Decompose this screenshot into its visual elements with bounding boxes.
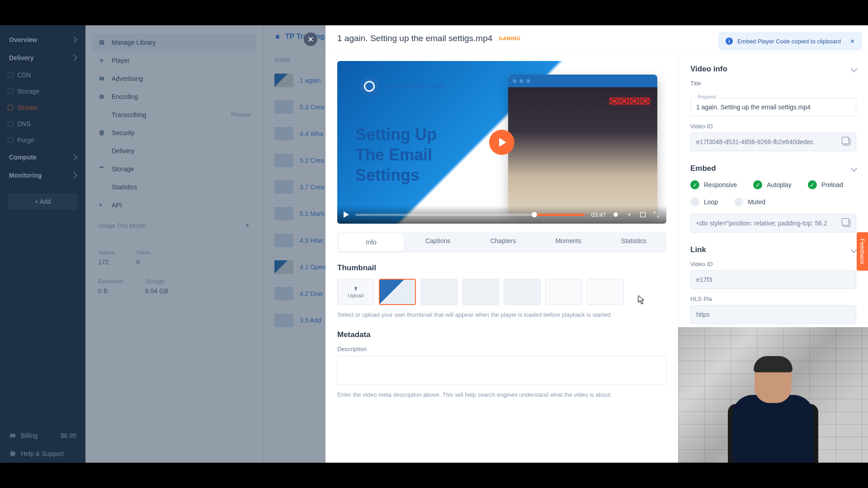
expand-icon[interactable] <box>243 222 250 230</box>
nav-monitoring[interactable]: Monitoring <box>0 166 85 184</box>
midnav-encoding[interactable]: Encoding <box>85 88 263 106</box>
nav-storage[interactable]: Storage <box>0 83 85 99</box>
title-input[interactable] <box>690 98 856 117</box>
description-input[interactable] <box>337 356 666 385</box>
library-icon <box>98 39 105 46</box>
svg-point-7 <box>613 212 618 216</box>
toggle-autoplay[interactable]: ✓Autoplay <box>753 180 791 189</box>
videos-label: Videos <box>98 249 114 256</box>
thumbnail-help: Select or upload your own thumbnail that… <box>337 310 666 319</box>
nav-purge[interactable]: Purge <box>0 132 85 148</box>
svg-point-6 <box>99 204 102 206</box>
progress-bar[interactable] <box>355 214 585 216</box>
chevron-icon <box>71 55 77 61</box>
detail-tabs: Info Captions Chapters Moments Statistic… <box>337 232 666 253</box>
hls-field: https <box>690 305 856 324</box>
views-value: 0 <box>136 258 151 266</box>
thumb-option[interactable] <box>587 279 624 305</box>
preview-badge: Preview <box>231 112 250 118</box>
nav-billing[interactable]: Billing$6.95 <box>0 427 85 445</box>
settings-icon[interactable] <box>626 211 633 218</box>
translation-partner-logo: Translation Partner <box>360 77 445 96</box>
svg-rect-9 <box>641 212 646 217</box>
shield-icon <box>98 129 105 136</box>
embed-heading: Embed <box>690 164 716 173</box>
tab-info[interactable]: Info <box>339 233 404 251</box>
svg-point-5 <box>99 166 104 168</box>
thumb-option[interactable] <box>379 279 416 305</box>
collapse-icon[interactable] <box>851 165 857 172</box>
bandwidth-value: 0 B <box>98 287 123 295</box>
midnav-storage[interactable]: Storage <box>85 160 263 178</box>
stats-icon <box>98 183 105 191</box>
midnav-api[interactable]: API <box>85 196 263 214</box>
midnav-security[interactable]: Security <box>85 124 263 142</box>
midnav-statistics[interactable]: Statistics <box>85 178 263 196</box>
volume-icon[interactable] <box>612 211 619 218</box>
midnav-player[interactable]: Player <box>85 52 263 70</box>
storage-label: Storage <box>145 278 168 285</box>
midnav-advertising[interactable]: Advertising <box>85 70 263 88</box>
nav-stream[interactable]: Stream <box>0 99 85 116</box>
ad-icon <box>98 75 105 82</box>
fullscreen-icon[interactable] <box>653 211 660 218</box>
storage-icon <box>98 165 105 173</box>
toggle-loop[interactable]: ○Loop <box>690 197 718 206</box>
video-title: 1 again. Setting up the email settigs.mp… <box>337 33 492 43</box>
toggle-preload[interactable]: ✓Preload <box>808 180 843 189</box>
add-button[interactable]: + Add <box>8 193 77 210</box>
nav-compute[interactable]: Compute <box>0 148 85 166</box>
link-heading: Link <box>690 245 706 254</box>
nav-help[interactable]: Help & Support <box>0 445 85 463</box>
title-label: Title <box>690 80 856 87</box>
nav-cdn[interactable]: CDN <box>0 67 85 83</box>
play-small-icon[interactable] <box>344 211 349 218</box>
video-info-heading: Video info <box>690 65 727 74</box>
thumb-option[interactable] <box>420 279 458 305</box>
svg-point-4 <box>99 94 104 99</box>
thumb-upload[interactable]: Upload <box>337 279 374 305</box>
feedback-tab[interactable]: Feedback <box>857 232 868 271</box>
videos-value: 172 <box>98 258 114 266</box>
videoid-label: Video ID <box>690 123 856 130</box>
storage-value: 8.54 GB <box>145 287 168 295</box>
pip-icon[interactable] <box>639 211 646 218</box>
browser-mockup: ✉ ✉ ✉ ✉ <box>508 75 657 215</box>
thumbnail-heading: Thumbnail <box>337 263 666 272</box>
nav-overview[interactable]: Overview <box>0 31 85 49</box>
nav-dns[interactable]: DNS <box>0 116 85 132</box>
videoid-field: e17f3048-d531-4856-9266-fb2e640dedec <box>690 132 856 151</box>
play-button[interactable] <box>489 130 514 155</box>
thumb-option[interactable] <box>504 279 541 305</box>
close-toast-icon[interactable]: ✕ <box>850 38 855 45</box>
description-label: Description <box>337 346 666 352</box>
midnav-delivery[interactable]: Delivery <box>85 142 263 160</box>
thumb-option[interactable] <box>462 279 499 305</box>
chevron-icon <box>71 172 77 178</box>
secondary-nav: Manage Library Player Advertising Encodi… <box>85 25 264 463</box>
tab-moments[interactable]: Moments <box>536 232 601 253</box>
copy-icon[interactable] <box>843 138 850 145</box>
collapse-icon[interactable] <box>851 247 857 253</box>
help-icon <box>9 450 16 457</box>
play-icon <box>98 57 105 64</box>
close-button[interactable]: ✕ <box>304 33 317 46</box>
nav-delivery[interactable]: Delivery <box>0 49 85 67</box>
tab-chapters[interactable]: Chapters <box>471 232 536 253</box>
collapse-icon[interactable] <box>851 66 857 72</box>
card-icon <box>9 432 16 439</box>
toggle-responsive[interactable]: ✓Responsive <box>690 180 737 189</box>
video-time: 03:47 <box>591 211 606 218</box>
toggle-muted[interactable]: ○Muted <box>734 197 765 206</box>
copy-icon[interactable] <box>843 220 850 227</box>
link-videoid-field: e17f3 <box>690 270 856 289</box>
primary-nav: Overview Delivery CDN Storage Stream DNS… <box>0 25 85 463</box>
video-preview[interactable]: Translation Partner Setting Up The Email… <box>337 61 666 224</box>
tab-captions[interactable]: Captions <box>405 232 470 253</box>
midnav-transcribing[interactable]: TranscribingPreview <box>85 106 263 124</box>
tab-statistics[interactable]: Statistics <box>601 232 666 253</box>
thumb-option[interactable] <box>545 279 582 305</box>
embed-code-field: <div style="position: relative; padding-… <box>690 214 856 233</box>
hls-label: HLS Pla <box>690 296 856 302</box>
midnav-manage-library[interactable]: Manage Library <box>93 33 256 52</box>
